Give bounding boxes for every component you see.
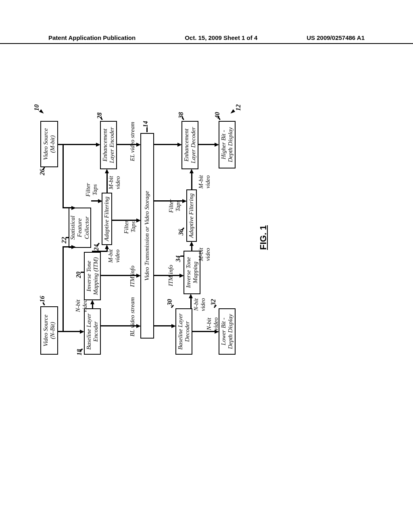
- box-lower-display: Lower Bit - Depth Display: [219, 308, 236, 355]
- ref-14: 14: [142, 121, 149, 127]
- label-filter-taps-1: Filter Taps: [85, 183, 98, 197]
- box-el-decoder: Enhancement Layer Decoder: [181, 121, 198, 169]
- box-video-source-m: Video Source (M-bit): [40, 121, 58, 167]
- box-stat-feature: Statistical Feature Collector: [69, 208, 91, 248]
- box-adaptive-enc: Adaptive Filtering: [102, 193, 112, 245]
- label-nbit-1: N-bit video: [75, 299, 88, 312]
- ref-30: 30: [166, 299, 173, 305]
- label-filter-taps-2: Filter Taps: [168, 199, 181, 213]
- box-higher-display: Higher Bit - Depth Display: [219, 121, 236, 168]
- ref-12: 12: [235, 104, 242, 111]
- label-mbit-4: M-bit video: [198, 175, 211, 189]
- ref-28: 28: [96, 112, 103, 119]
- header-left: Patent Application Publication: [48, 34, 136, 43]
- box-transmission: Video Transmission or Video Storage: [140, 133, 154, 339]
- box-video-source-n: Video Source (N-Bit): [40, 306, 58, 355]
- label-el-stream: EL video stream: [129, 122, 136, 162]
- box-bl-encoder: Baseline Layer Encoder: [84, 308, 101, 355]
- block-diagram: Video Source (N-Bit) 16 Video Source (M-…: [40, 121, 298, 355]
- label-nbit-3: N-bit video: [206, 318, 219, 330]
- ref-40: 40: [214, 112, 221, 118]
- box-itm-enc: Inverse Tone Mapping (ITM): [84, 252, 101, 300]
- label-itm-info-2: ITM info: [167, 265, 174, 286]
- ref-38: 38: [177, 112, 185, 118]
- ref-26: 26: [39, 169, 46, 175]
- label-itm-info-1: ITM info: [129, 266, 136, 287]
- label-mbit-3: M-bit video: [198, 248, 211, 261]
- header-middle: Oct. 15, 2009 Sheet 1 of 4: [185, 34, 257, 43]
- ref-16: 16: [39, 296, 46, 302]
- label-mbit-1: M-bit video: [107, 249, 121, 263]
- header-right: US 2009/0257486 A1: [307, 34, 365, 43]
- label-bl-stream: BL video stream: [129, 297, 136, 337]
- box-el-encoder: Enhancement Layer Encoder: [100, 121, 117, 169]
- ref-10: 10: [33, 104, 40, 111]
- page-header: Patent Application Publication Oct. 15, …: [0, 34, 413, 44]
- box-bl-decoder: Baseline Layer Decoder: [175, 308, 192, 355]
- label-nbit-2: N-bit video: [193, 298, 206, 311]
- box-adaptive-dec: Adaptive Filtering: [186, 189, 197, 242]
- figure-label: FIG. 1: [258, 225, 269, 250]
- label-mbit-2: M-bit video: [108, 176, 121, 189]
- label-filter-taps-side: Filter Taps: [123, 220, 136, 234]
